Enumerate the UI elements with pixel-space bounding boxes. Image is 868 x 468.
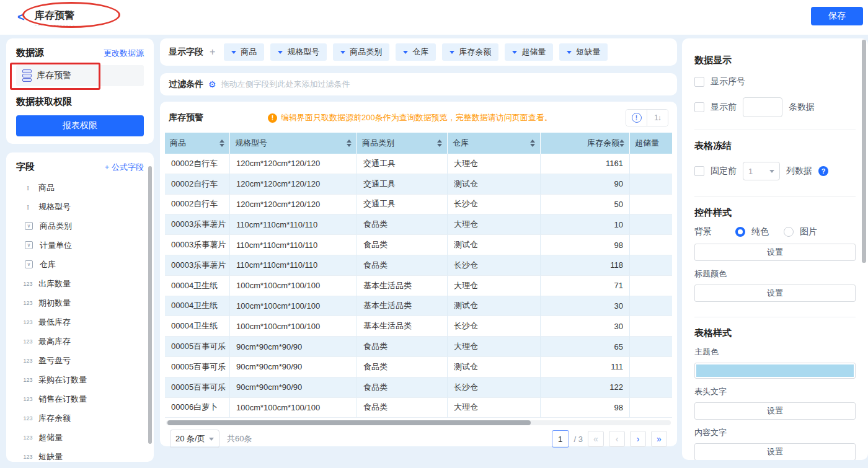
table-row: 00005百事可乐 90cm*90cm*90/90 食品类 测试仓 111: [165, 357, 672, 377]
permission-title: 数据获取权限: [16, 96, 144, 108]
horizontal-scrollbar[interactable]: [167, 420, 531, 425]
cell-warehouse: 测试仓: [448, 174, 541, 195]
filter-bar: 过滤条件 ⚙ 拖动左侧字段到此处来添加过滤条件: [160, 73, 677, 95]
sort-arrows-icon: [437, 139, 442, 147]
field-item[interactable]: 123 最高库存: [6, 332, 154, 351]
table-body: 00002自行车 120cm*120cm*120/120 交通工具 大理仓 11…: [165, 154, 672, 418]
show-first-label: 显示前: [711, 102, 737, 113]
cell-product: 00003乐事薯片: [165, 255, 230, 276]
display-field-chip[interactable]: 商品: [224, 43, 264, 61]
datasource-item[interactable]: 库存预警: [16, 65, 144, 86]
column-header-warehouse[interactable]: 仓库: [448, 133, 541, 154]
column-header-category[interactable]: 商品类别: [357, 133, 448, 154]
field-label: 销售在订数量: [38, 394, 87, 405]
settings-scrollbar[interactable]: [862, 40, 866, 263]
current-page-input[interactable]: 1: [552, 430, 569, 448]
field-item[interactable]: ∨ 仓库: [6, 255, 154, 274]
row-limit-input[interactable]: [743, 97, 782, 117]
field-label: 最高库存: [38, 336, 71, 347]
freeze-count-select[interactable]: 1: [743, 162, 780, 180]
total-count: 共60条: [227, 433, 252, 444]
column-header-spec[interactable]: 规格型号: [230, 133, 357, 154]
field-item[interactable]: 123 库存余额: [6, 408, 154, 428]
cell-warehouse: 长沙仓: [448, 316, 541, 337]
cell-warehouse: 测试仓: [448, 296, 541, 317]
page-title[interactable]: 库存预警: [35, 9, 74, 25]
field-item[interactable]: ∨ 计量单位: [6, 236, 154, 255]
field-item[interactable]: ∨ 商品类别: [6, 216, 154, 236]
image-radio[interactable]: [784, 227, 794, 237]
cell-overstock: [630, 154, 672, 174]
report-permission-button[interactable]: 报表权限: [16, 115, 144, 136]
field-item[interactable]: 123 盈亏盘亏: [6, 351, 154, 370]
field-item[interactable]: 123 短缺量: [6, 447, 154, 462]
display-fields-bar: 显示字段 + 商品 规格型号 商品类别 仓库 库存余额 超储量: [160, 38, 677, 66]
first-page-button[interactable]: «: [588, 431, 604, 447]
column-header-overstock[interactable]: 超储量: [630, 133, 672, 154]
show-first-checkbox[interactable]: [694, 102, 704, 112]
change-datasource-link[interactable]: 更改数据源: [104, 48, 144, 59]
field-item[interactable]: 123 销售在订数量: [6, 389, 154, 408]
display-field-chip[interactable]: 库存余额: [442, 43, 498, 61]
field-label: 盈亏盘亏: [38, 355, 71, 366]
last-page-button[interactable]: »: [651, 431, 667, 447]
freeze-checkbox[interactable]: [694, 166, 704, 176]
filter-dropzone[interactable]: 拖动左侧字段到此处来添加过滤条件: [221, 79, 350, 90]
cell-overstock: [630, 398, 672, 418]
content-text-set-button[interactable]: 设置: [694, 443, 856, 460]
chevron-down-icon: [769, 170, 774, 173]
title-color-label: 标题颜色: [694, 268, 856, 280]
rows-suffix-label: 条数据: [789, 102, 815, 113]
field-item[interactable]: 123 期初数量: [6, 293, 154, 312]
back-icon[interactable]: <: [17, 9, 25, 25]
theme-color-swatch[interactable]: [694, 363, 856, 379]
field-item[interactable]: I 商品: [6, 178, 154, 197]
cell-product: 00002自行车: [165, 154, 230, 174]
display-field-chip[interactable]: 仓库: [396, 43, 436, 61]
display-field-chip[interactable]: 商品类别: [333, 43, 389, 61]
field-item[interactable]: 123 采购在订数量: [6, 370, 154, 389]
column-header-product[interactable]: 商品: [165, 133, 230, 154]
cell-warehouse: 长沙仓: [448, 195, 541, 215]
sort-icon: 1↓: [654, 113, 661, 122]
table-row: 00004卫生纸 100cm*100cm*100/100 基本生活品类 大理仓 …: [165, 276, 672, 296]
show-index-checkbox[interactable]: [694, 77, 704, 87]
next-page-button[interactable]: ›: [630, 431, 646, 447]
title-color-set-button[interactable]: 设置: [694, 285, 856, 302]
field-label: 期初数量: [38, 298, 71, 309]
background-set-button[interactable]: 设置: [694, 244, 856, 261]
add-display-field-button[interactable]: +: [210, 46, 215, 58]
top-bar: < 库存预警 保存: [0, 0, 868, 35]
cell-spec: 120cm*120cm*120/120: [230, 154, 357, 174]
field-label: 短缺量: [38, 451, 63, 462]
field-item[interactable]: 123 最低库存: [6, 312, 154, 332]
display-field-chip[interactable]: 短缺量: [559, 43, 608, 61]
table-row: 00004卫生纸 100cm*100cm*100/100 基本生活品类 长沙仓 …: [165, 316, 672, 337]
cell-overstock: [630, 316, 672, 337]
sort-button[interactable]: 1↓: [647, 110, 668, 126]
field-item[interactable]: 123 超储量: [6, 428, 154, 447]
column-header-balance[interactable]: 库存余额: [541, 133, 630, 154]
header-text-set-button[interactable]: 设置: [694, 402, 856, 420]
sort-arrows-icon: [347, 139, 352, 147]
prev-page-button[interactable]: ‹: [609, 431, 625, 447]
info-button[interactable]: !: [626, 110, 647, 126]
table-row: 00004卫生纸 100cm*100cm*100/100 基本生活品类 测试仓 …: [165, 296, 672, 317]
solid-color-radio[interactable]: [735, 227, 745, 237]
display-field-chip[interactable]: 超储量: [505, 43, 553, 61]
page-size-select[interactable]: 20 条/页: [170, 430, 219, 448]
fields-scrollbar[interactable]: [148, 166, 152, 444]
add-formula-field-link[interactable]: + 公式字段: [105, 162, 144, 173]
gear-icon[interactable]: ⚙: [208, 79, 216, 89]
save-button[interactable]: 保存: [811, 7, 863, 25]
help-icon[interactable]: ?: [818, 166, 828, 176]
display-field-chip[interactable]: 规格型号: [270, 43, 327, 61]
cell-overstock: [630, 357, 672, 377]
cell-product: 00005百事可乐: [165, 357, 230, 377]
field-item[interactable]: 123 出库数量: [6, 274, 154, 293]
cell-warehouse: 测试仓: [448, 357, 541, 377]
horizontal-scrollbar-track: [166, 420, 671, 425]
divider: [694, 130, 856, 130]
field-item[interactable]: I 规格型号: [6, 197, 154, 216]
chevron-down-icon: [450, 51, 454, 54]
